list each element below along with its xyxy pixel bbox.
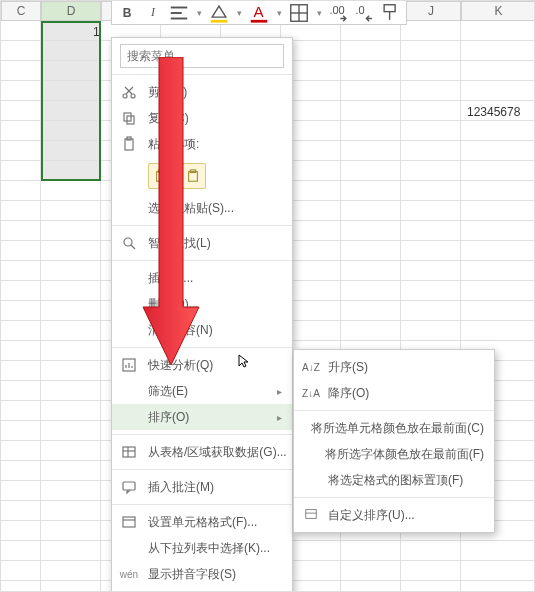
menu-quick-analysis[interactable]: 快速分析(Q) (112, 352, 292, 378)
cell[interactable] (1, 161, 41, 181)
dropdown-icon[interactable]: ▾ (314, 8, 324, 18)
cell[interactable] (1, 481, 41, 501)
paste-button[interactable] (148, 163, 174, 189)
col-header-j[interactable]: J (401, 1, 461, 21)
menu-search-input[interactable] (120, 44, 284, 68)
cell[interactable] (401, 101, 461, 121)
cell[interactable] (41, 221, 101, 241)
cell[interactable] (1, 41, 41, 61)
cell[interactable] (1, 101, 41, 121)
col-header-d[interactable]: D (41, 1, 101, 21)
cell[interactable] (41, 541, 101, 561)
cell[interactable] (341, 581, 401, 592)
cell[interactable] (461, 121, 535, 141)
align-button[interactable] (168, 3, 190, 23)
menu-cut[interactable]: 剪切(T) (112, 79, 292, 105)
cell[interactable] (341, 81, 401, 101)
submenu-sort-asc[interactable]: A↓Z 升序(S) (294, 354, 494, 380)
cell[interactable] (41, 401, 101, 421)
cell[interactable] (41, 361, 101, 381)
dropdown-icon[interactable]: ▾ (274, 8, 284, 18)
menu-insert[interactable]: 插入(I)... (112, 265, 292, 291)
cell[interactable] (1, 181, 41, 201)
cell[interactable] (401, 581, 461, 592)
cell[interactable] (461, 261, 535, 281)
cell[interactable] (401, 321, 461, 341)
cell[interactable] (1, 401, 41, 421)
cell[interactable] (41, 161, 101, 181)
cell[interactable] (1, 501, 41, 521)
cell[interactable] (341, 201, 401, 221)
cell[interactable] (41, 141, 101, 161)
cell[interactable] (41, 441, 101, 461)
dropdown-icon[interactable]: ▾ (194, 8, 204, 18)
cell[interactable] (401, 181, 461, 201)
cell[interactable] (461, 221, 535, 241)
cell[interactable] (401, 241, 461, 261)
col-header-c[interactable]: C (1, 1, 41, 21)
cell[interactable] (1, 61, 41, 81)
cell[interactable] (41, 501, 101, 521)
cell[interactable] (461, 581, 535, 592)
menu-smart-lookup[interactable]: 智能查找(L) (112, 230, 292, 256)
cell[interactable] (1, 81, 41, 101)
menu-search[interactable] (120, 44, 284, 68)
menu-delete[interactable]: 删除(D)... (112, 291, 292, 317)
cell[interactable] (41, 381, 101, 401)
cell[interactable] (401, 21, 461, 41)
cell[interactable] (341, 61, 401, 81)
menu-comment[interactable]: 插入批注(M) (112, 474, 292, 500)
cell[interactable] (341, 141, 401, 161)
cell[interactable] (41, 421, 101, 441)
cell[interactable] (401, 121, 461, 141)
cell[interactable] (1, 561, 41, 581)
cell[interactable] (341, 541, 401, 561)
cell[interactable] (1, 581, 41, 592)
cell[interactable] (41, 101, 101, 121)
cell[interactable] (1, 21, 41, 41)
menu-paste-special[interactable]: 选择性粘贴(S)... (112, 195, 292, 221)
cell[interactable] (41, 261, 101, 281)
menu-filter[interactable]: 筛选(E) ▸ (112, 378, 292, 404)
cell[interactable] (41, 481, 101, 501)
cell[interactable] (341, 261, 401, 281)
increase-decimal-button[interactable]: .00 (328, 3, 350, 23)
cell[interactable] (341, 321, 401, 341)
cell[interactable] (1, 121, 41, 141)
cell[interactable] (401, 261, 461, 281)
cell[interactable] (401, 81, 461, 101)
submenu-sort-desc[interactable]: Z↓A 降序(O) (294, 380, 494, 406)
cell[interactable] (1, 141, 41, 161)
cell[interactable] (41, 121, 101, 141)
cell[interactable] (461, 321, 535, 341)
decrease-decimal-button[interactable]: .0 (354, 3, 376, 23)
cell[interactable] (1, 461, 41, 481)
cell[interactable] (461, 141, 535, 161)
cell[interactable] (1, 221, 41, 241)
cell[interactable] (341, 241, 401, 261)
cell[interactable] (1, 541, 41, 561)
cell[interactable] (401, 141, 461, 161)
fill-color-button[interactable] (208, 3, 230, 23)
cell[interactable] (1, 201, 41, 221)
cell[interactable] (341, 561, 401, 581)
cell[interactable] (41, 301, 101, 321)
cell[interactable] (41, 201, 101, 221)
cell[interactable] (41, 281, 101, 301)
menu-dropdown-list[interactable]: 从下拉列表中选择(K)... (112, 535, 292, 561)
cell[interactable] (341, 41, 401, 61)
cell[interactable] (41, 321, 101, 341)
cell[interactable] (461, 281, 535, 301)
cell[interactable] (341, 221, 401, 241)
cell[interactable] (1, 521, 41, 541)
cell[interactable] (461, 561, 535, 581)
cell[interactable] (461, 241, 535, 261)
cell[interactable] (461, 41, 535, 61)
cell[interactable] (461, 541, 535, 561)
cell[interactable] (401, 201, 461, 221)
menu-format-cells[interactable]: 设置单元格格式(F)... (112, 509, 292, 535)
cell[interactable] (41, 581, 101, 592)
cell[interactable] (401, 281, 461, 301)
cell[interactable] (41, 341, 101, 361)
format-painter-button[interactable] (380, 3, 402, 23)
